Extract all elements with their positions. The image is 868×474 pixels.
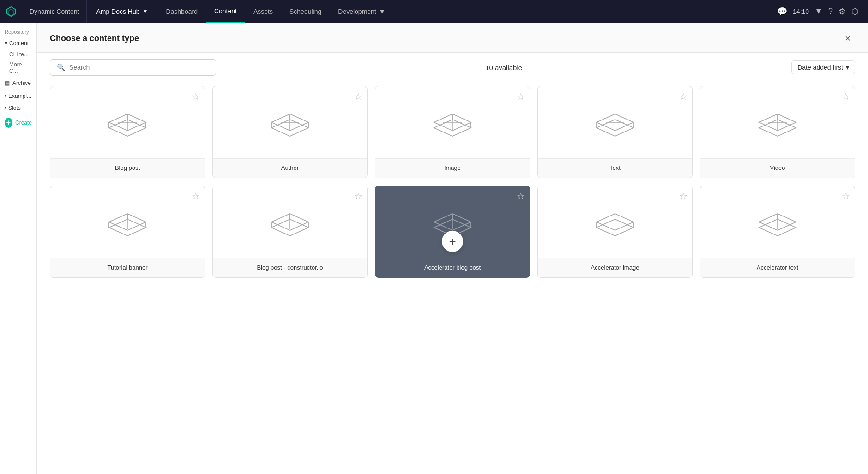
sidebar-item-cli[interactable]: CLI te...	[0, 49, 36, 60]
repo-section-label: Repository	[0, 26, 36, 37]
card-tutorial-banner[interactable]: ☆Tutorial banner	[50, 186, 205, 278]
card-icon-text	[538, 86, 692, 158]
card-label-blog-post-constructor: Blog post - constructor.io	[213, 258, 367, 277]
sidebar-item-morec[interactable]: More C...	[0, 60, 36, 76]
card-star-blog-post[interactable]: ☆	[192, 91, 200, 102]
archive-icon: ▤	[5, 80, 10, 86]
card-accelerator-text[interactable]: ☆Accelerator text	[700, 186, 855, 278]
chat-icon[interactable]: 💬	[777, 6, 787, 17]
content-type-grid: ☆Blog post ☆Author ☆Image ☆Te	[37, 82, 868, 474]
nav-dashboard[interactable]: Dashboard	[157, 0, 206, 23]
card-star-blog-post-constructor[interactable]: ☆	[354, 191, 362, 202]
create-plus-icon: +	[5, 118, 12, 128]
modal-close-button[interactable]: ×	[840, 31, 855, 46]
card-star-author[interactable]: ☆	[354, 91, 362, 102]
card-star-accelerator-text[interactable]: ☆	[842, 191, 850, 202]
card-icon-tutorial-banner	[50, 186, 205, 258]
chevron-down-icon: ▾	[5, 40, 7, 47]
card-plus-button-accelerator-blog-post[interactable]: +	[442, 231, 463, 252]
chevron-right-icon: ›	[5, 93, 6, 99]
sidebar-create-button[interactable]: + Create	[0, 114, 36, 132]
sort-chevron-icon: ▾	[846, 64, 849, 71]
sidebar-content-label: Content	[9, 40, 29, 47]
nav-scheduling[interactable]: Scheduling	[281, 0, 330, 23]
sidebar: Repository ▾ Content CLI te... More C...…	[0, 23, 37, 474]
nav-development[interactable]: Development ▼	[330, 0, 393, 23]
main-nav: Dashboard Content Assets Scheduling Deve…	[157, 0, 777, 23]
card-icon-author	[213, 86, 367, 158]
sort-dropdown[interactable]: Date added first ▾	[791, 60, 855, 74]
modal-title: Choose a content type	[50, 34, 139, 43]
card-text[interactable]: ☆Text	[537, 86, 693, 178]
available-count: 10 available	[485, 64, 522, 72]
nav-assets[interactable]: Assets	[245, 0, 281, 23]
sidebar-item-examples[interactable]: › Exampl...	[0, 90, 36, 102]
nav-content[interactable]: Content	[206, 0, 245, 23]
card-star-video[interactable]: ☆	[842, 91, 850, 102]
clock-dropdown-icon[interactable]: ▼	[814, 6, 823, 16]
card-label-author: Author	[213, 158, 367, 178]
card-author[interactable]: ☆Author	[212, 86, 368, 178]
card-image[interactable]: ☆Image	[375, 86, 530, 178]
sidebar-item-slots[interactable]: › Slots	[0, 102, 36, 114]
card-label-blog-post: Blog post	[50, 158, 205, 178]
sidebar-content-group[interactable]: ▾ Content	[0, 37, 36, 49]
card-video[interactable]: ☆Video	[700, 86, 855, 178]
chevron-right-icon-slots: ›	[5, 105, 6, 111]
app-name[interactable]: Amp Docs Hub ▼	[87, 0, 157, 23]
search-icon: 🔍	[57, 63, 66, 72]
card-blog-post-constructor[interactable]: ☆Blog post - constructor.io	[212, 186, 368, 278]
card-icon-image	[375, 86, 530, 158]
card-star-tutorial-banner[interactable]: ☆	[192, 191, 200, 202]
card-icon-video	[700, 86, 855, 158]
card-icon-accelerator-image	[538, 186, 692, 258]
card-star-image[interactable]: ☆	[517, 91, 525, 102]
sidebar-item-archive[interactable]: ▤ Archive	[0, 76, 36, 90]
card-accelerator-blog-post[interactable]: ☆+Accelerator blog post	[375, 186, 530, 278]
card-icon-blog-post	[50, 86, 205, 158]
card-star-accelerator-blog-post[interactable]: ☆	[517, 191, 525, 202]
card-blog-post[interactable]: ☆Blog post	[50, 86, 205, 178]
card-star-text[interactable]: ☆	[679, 91, 687, 102]
topbar-right: 💬 14:10 ▼ ? ⚙ ⬡	[777, 6, 868, 17]
svg-marker-1	[8, 9, 14, 16]
card-label-text: Text	[538, 158, 692, 178]
svg-marker-0	[6, 7, 16, 16]
content-type-modal: Choose a content type × 🔍 10 available D…	[37, 23, 868, 474]
modal-header: Choose a content type ×	[37, 23, 868, 53]
sort-label: Date added first	[797, 64, 843, 71]
modal-toolbar: 🔍 10 available Date added first ▾	[37, 53, 868, 82]
card-icon-accelerator-text	[700, 186, 855, 258]
card-accelerator-image[interactable]: ☆Accelerator image	[537, 186, 693, 278]
card-label-accelerator-image: Accelerator image	[538, 258, 692, 277]
help-icon[interactable]: ?	[828, 6, 833, 16]
card-label-accelerator-text: Accelerator text	[700, 258, 855, 277]
search-input[interactable]	[69, 64, 209, 71]
card-star-accelerator-image[interactable]: ☆	[679, 191, 687, 202]
app-logo	[0, 0, 22, 23]
card-label-accelerator-blog-post: Accelerator blog post	[375, 258, 530, 277]
app-dropdown-icon: ▼	[143, 8, 148, 15]
settings-icon[interactable]: ⚙	[838, 6, 846, 17]
development-dropdown-icon: ▼	[379, 8, 386, 15]
topbar: Dynamic Content Amp Docs Hub ▼ Dashboard…	[0, 0, 868, 23]
card-label-tutorial-banner: Tutorial banner	[50, 258, 205, 277]
card-label-image: Image	[375, 158, 530, 178]
search-bar[interactable]: 🔍	[50, 59, 216, 76]
card-label-video: Video	[700, 158, 855, 178]
card-icon-blog-post-constructor	[213, 186, 367, 258]
account-icon[interactable]: ⬡	[851, 6, 859, 17]
project-name: Dynamic Content	[22, 0, 87, 23]
